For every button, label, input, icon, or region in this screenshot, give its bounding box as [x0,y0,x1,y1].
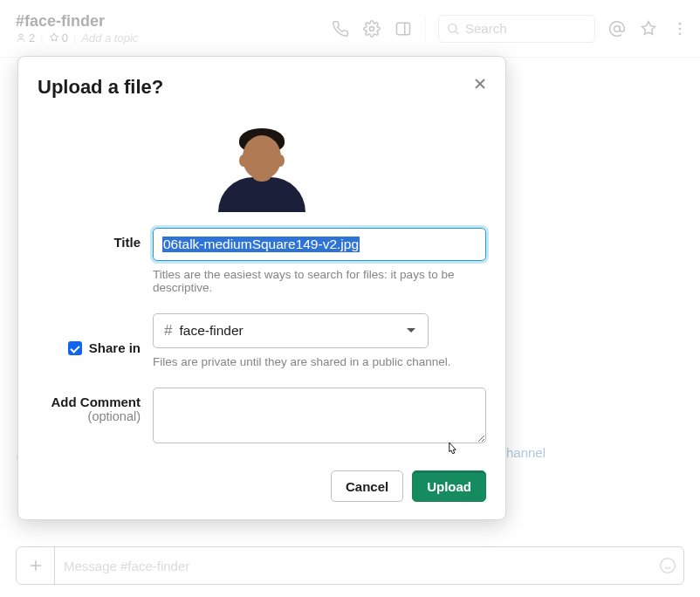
hash-icon: # [164,322,172,340]
upload-button[interactable]: Upload [412,470,486,502]
comment-optional-text: (optional) [38,409,141,423]
preview-thumbnail [218,125,305,212]
chevron-down-icon [407,328,415,333]
share-checkbox[interactable] [68,341,82,355]
upload-file-dialog: Upload a file? Title 06talk-mediumSquare… [17,56,506,520]
dialog-title: Upload a file? [38,76,486,99]
share-label: Share in [89,340,141,355]
title-helper-text: Titles are the easiest ways to search fo… [153,268,486,294]
comment-textarea[interactable] [153,388,486,443]
share-channel-value: face-finder [179,323,243,339]
cancel-button[interactable]: Cancel [331,470,403,502]
close-button[interactable] [469,72,491,95]
title-input-value: 06talk-mediumSquare149-v2.jpg [162,237,360,252]
dialog-footer: Cancel Upload [38,470,486,502]
share-channel-select[interactable]: # face-finder [153,313,429,348]
title-label: Title [38,228,153,308]
comment-label: Add Comment (optional) [38,388,153,446]
share-helper-text: Files are private until they are shared … [153,355,486,368]
comment-label-text: Add Comment [51,395,141,409]
close-icon [471,75,489,93]
title-input[interactable]: 06talk-mediumSquare149-v2.jpg [153,228,486,261]
file-preview [38,125,486,212]
